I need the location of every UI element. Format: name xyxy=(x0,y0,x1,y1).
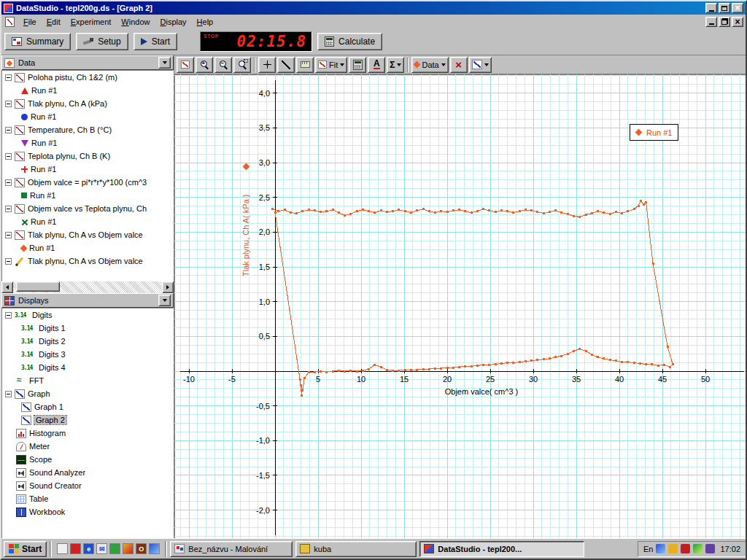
close-button[interactable] xyxy=(732,3,743,13)
collapse-icon[interactable] xyxy=(5,101,12,107)
quick-launch-icon[interactable]: e xyxy=(83,543,94,554)
start-menu-button[interactable]: Start xyxy=(4,541,47,557)
display-item-sound-analyzer[interactable]: Sound Analyzer xyxy=(2,466,173,479)
quick-launch-icon[interactable] xyxy=(109,543,120,554)
collapse-icon[interactable] xyxy=(5,232,12,238)
horizontal-scrollbar[interactable] xyxy=(1,281,174,293)
collapse-icon[interactable] xyxy=(5,258,12,265)
menu-experiment[interactable]: Experiment xyxy=(66,16,117,28)
tray-icon[interactable] xyxy=(668,544,678,553)
display-item-digits-3[interactable]: Digits 3 xyxy=(2,348,173,361)
task-button-datastudio[interactable]: DataStudio - tepl200... xyxy=(419,541,584,557)
display-item-sound-creator[interactable]: Sound Creator xyxy=(2,479,173,492)
scroll-left-button[interactable] xyxy=(1,281,13,293)
display-item-fft[interactable]: FFT xyxy=(2,374,173,387)
zoom-select-button[interactable] xyxy=(233,57,251,73)
data-panel-dropdown-button[interactable] xyxy=(158,57,171,69)
run-item[interactable]: Run #1 xyxy=(2,110,173,123)
collapse-icon[interactable] xyxy=(5,74,12,81)
task-button-paint[interactable]: Bez_názvu - Malování xyxy=(170,541,293,557)
display-item-digits-1[interactable]: Digits 1 xyxy=(2,322,173,335)
run-item[interactable]: Run #1 xyxy=(2,163,173,176)
data-item-temperature[interactable]: Temperature, Ch B (°C) xyxy=(2,123,173,136)
display-item-workbook[interactable]: Workbook xyxy=(2,505,173,518)
data-panel-header[interactable]: Data xyxy=(1,55,174,70)
mdi-restore-button[interactable] xyxy=(719,17,730,27)
collapse-icon[interactable] xyxy=(5,127,12,133)
display-item-digits[interactable]: Digits xyxy=(2,308,173,322)
quick-launch-icon[interactable] xyxy=(123,543,133,554)
statistics-dropdown[interactable]: Σ xyxy=(387,57,404,73)
collapse-icon[interactable] xyxy=(5,206,12,212)
quick-launch-icon[interactable] xyxy=(57,543,68,554)
graph-display[interactable]: -10-551015202530354045504,03,53,02,52,01… xyxy=(174,74,746,538)
menu-window[interactable]: Window xyxy=(116,16,155,28)
minimize-button[interactable] xyxy=(705,3,717,13)
tray-icon[interactable] xyxy=(705,544,715,553)
display-item-scope[interactable]: Scope xyxy=(2,453,173,466)
scrollbar-track[interactable] xyxy=(13,281,162,293)
collapse-icon[interactable] xyxy=(5,179,12,186)
run-item[interactable]: Run #1 xyxy=(2,84,173,97)
menu-display[interactable]: Display xyxy=(155,16,192,28)
quick-launch-icon[interactable]: O xyxy=(136,543,147,554)
mdi-minimize-button[interactable] xyxy=(705,17,717,27)
mdi-close-button[interactable] xyxy=(732,17,743,27)
summary-button[interactable]: Summary xyxy=(4,33,71,50)
delete-button[interactable]: × xyxy=(450,57,468,73)
data-item-tlak-plynu[interactable]: Tlak plynu, Ch A (kPa) xyxy=(2,97,173,110)
display-item-digits-4[interactable]: Digits 4 xyxy=(2,361,173,374)
display-item-graph-2[interactable]: Graph 2 xyxy=(2,413,173,427)
graph-settings-dropdown[interactable] xyxy=(469,57,492,73)
text-annotation-button[interactable]: A xyxy=(368,57,385,73)
tray-icon[interactable] xyxy=(681,544,690,553)
run-item[interactable]: Run #1 xyxy=(2,136,173,149)
data-item-teplota-plynu[interactable]: Teplota plynu, Ch B (K) xyxy=(2,149,173,163)
menu-help[interactable]: Help xyxy=(192,16,219,28)
maximize-button[interactable] xyxy=(719,3,730,13)
calculate-button[interactable]: Calculate xyxy=(317,33,382,50)
zoom-out-button[interactable]: − xyxy=(214,57,232,73)
data-item-tlak-vs-objem[interactable]: Tlak plynu, Ch A vs Objem valce xyxy=(2,228,173,241)
data-item-objem-valce[interactable]: Objem valce = pi*r*r*y*100 (cm^3 xyxy=(2,176,173,189)
task-button-kuba[interactable]: kuba xyxy=(295,541,417,557)
legend[interactable]: Run #1 xyxy=(630,124,678,141)
document-icon[interactable] xyxy=(5,17,15,27)
display-item-digits-2[interactable]: Digits 2 xyxy=(2,335,173,348)
chart-canvas[interactable]: -10-551015202530354045504,03,53,02,52,01… xyxy=(174,74,747,541)
display-item-histogram[interactable]: Histogram xyxy=(2,427,173,440)
scale-to-fit-button[interactable] xyxy=(177,57,194,73)
fit-dropdown[interactable]: Fit xyxy=(315,57,347,73)
tray-icon[interactable] xyxy=(656,544,665,553)
data-item-objem-vs-teplota[interactable]: Objem valce vs Teplota plynu, Ch xyxy=(2,202,173,215)
menu-edit[interactable]: Edit xyxy=(42,16,66,28)
run-item[interactable]: Run #1 xyxy=(2,189,173,202)
run-item[interactable]: Run #1 xyxy=(2,241,173,254)
setup-button[interactable]: Setup xyxy=(76,33,128,50)
display-item-meter[interactable]: Meter xyxy=(2,440,173,453)
zoom-in-button[interactable]: + xyxy=(196,57,213,73)
data-item-tlak-vs-objem-2[interactable]: Tlak plynu, Ch A vs Objem valce xyxy=(2,254,173,268)
quick-launch-icon[interactable]: ✉ xyxy=(96,543,107,554)
displays-panel-dropdown-button[interactable] xyxy=(158,295,171,306)
menu-file[interactable]: File xyxy=(18,16,42,28)
tray-icon[interactable] xyxy=(693,544,703,553)
smart-tool-button[interactable] xyxy=(258,57,276,73)
collapse-icon[interactable] xyxy=(5,312,12,319)
quick-launch-icon[interactable] xyxy=(149,543,160,554)
display-item-table[interactable]: Table xyxy=(2,492,173,505)
display-item-graph-1[interactable]: Graph 1 xyxy=(2,400,173,413)
start-button[interactable]: Start xyxy=(133,33,177,50)
scroll-right-button[interactable] xyxy=(162,281,174,293)
quick-launch-icon[interactable] xyxy=(70,543,81,554)
data-dropdown[interactable]: Data xyxy=(411,57,448,73)
collapse-icon[interactable] xyxy=(5,391,12,397)
displays-panel-header[interactable]: Displays xyxy=(1,293,174,308)
display-item-graph[interactable]: Graph xyxy=(2,387,173,400)
run-item[interactable]: Run #1 xyxy=(2,215,173,228)
collapse-icon[interactable] xyxy=(5,153,12,160)
language-indicator[interactable]: En xyxy=(643,545,653,553)
data-item-poloha-pistu[interactable]: Poloha pistu, Ch 1&2 (m) xyxy=(2,71,173,84)
calculator-button[interactable] xyxy=(349,57,366,73)
scrollbar-thumb[interactable] xyxy=(16,281,60,292)
